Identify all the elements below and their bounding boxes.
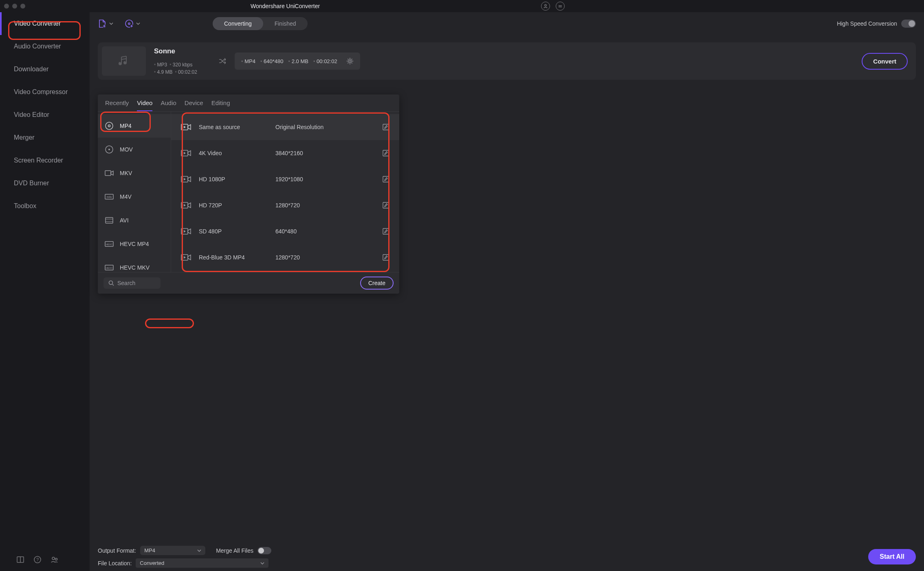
tab-label: Converting bbox=[224, 20, 252, 27]
gear-icon[interactable] bbox=[346, 57, 354, 65]
target-settings[interactable]: MP4 640*480 2.0 MB 00:02:02 bbox=[235, 53, 360, 70]
resolution-item[interactable]: 4K Video 3840*2160 bbox=[171, 140, 399, 166]
traffic-lights bbox=[4, 4, 25, 9]
sidebar-item-merger[interactable]: Merger bbox=[0, 126, 90, 149]
target-icon bbox=[104, 145, 114, 154]
format-search-input[interactable]: Search bbox=[103, 277, 161, 289]
add-dvd-button[interactable] bbox=[125, 19, 140, 28]
chevron-down-icon bbox=[109, 22, 113, 26]
file-title: Sonne bbox=[154, 47, 211, 55]
svg-text:m4v: m4v bbox=[106, 195, 112, 198]
edit-icon[interactable] bbox=[382, 254, 389, 261]
account-icon[interactable] bbox=[541, 2, 550, 11]
dst-format: MP4 bbox=[241, 58, 255, 64]
sidebar-item-screen-recorder[interactable]: Screen Recorder bbox=[0, 149, 90, 172]
format-item-avi[interactable]: AVI bbox=[98, 209, 171, 232]
resolution-name: Same as source bbox=[199, 124, 268, 130]
feedback-icon[interactable] bbox=[556, 2, 565, 11]
svg-rect-31 bbox=[383, 150, 389, 156]
resolution-value: 640*480 bbox=[275, 228, 375, 235]
svg-point-11 bbox=[119, 62, 121, 65]
sidebar-item-video-converter[interactable]: Video Converter bbox=[0, 12, 90, 35]
src-duration: 00:02:02 bbox=[175, 69, 197, 75]
sidebar-item-dvd-burner[interactable]: DVD Burner bbox=[0, 172, 90, 195]
popup-tab-video[interactable]: Video bbox=[137, 99, 152, 111]
resolution-item[interactable]: HD 720P 1280*720 bbox=[171, 192, 399, 218]
sidebar-item-label: Toolbox bbox=[14, 202, 36, 210]
tab-label: Video bbox=[137, 99, 152, 106]
sidebar-item-toolbox[interactable]: Toolbox bbox=[0, 195, 90, 217]
tab-converting[interactable]: Converting bbox=[213, 17, 263, 30]
disc-icon bbox=[104, 121, 114, 131]
svg-point-15 bbox=[108, 125, 110, 127]
resolution-item[interactable]: Red-Blue 3D MP4 1280*720 bbox=[171, 244, 399, 270]
film-icon bbox=[104, 215, 114, 225]
svg-text:HEVC: HEVC bbox=[106, 267, 113, 269]
format-label: MKV bbox=[120, 170, 132, 176]
sidebar-active-indicator bbox=[0, 12, 2, 35]
sidebar-item-video-editor[interactable]: Video Editor bbox=[0, 103, 90, 126]
app-title: Wondershare UniConverter bbox=[251, 3, 320, 9]
edit-icon[interactable] bbox=[382, 149, 389, 157]
resolution-value: 3840*2160 bbox=[275, 150, 375, 156]
tab-label: Audio bbox=[161, 99, 176, 106]
format-item-mov[interactable]: MOV bbox=[98, 138, 171, 161]
resolution-value: 1280*720 bbox=[275, 254, 375, 261]
shuffle-icon[interactable] bbox=[218, 57, 227, 65]
sidebar-item-label: Downloader bbox=[14, 66, 48, 73]
resolution-item[interactable]: SD 480P 640*480 bbox=[171, 218, 399, 244]
format-label: HEVC MP4 bbox=[120, 241, 149, 247]
resolution-item[interactable]: Same as source Original Resolution bbox=[171, 114, 399, 140]
edit-icon[interactable] bbox=[382, 176, 389, 183]
sidebar-item-audio-converter[interactable]: Audio Converter bbox=[0, 35, 90, 58]
format-list[interactable]: MP4 MOV MKV m4v M4V AVI bbox=[98, 112, 171, 272]
format-item-hevc-mkv[interactable]: HEVC HEVC MKV bbox=[98, 256, 171, 272]
format-item-mp4[interactable]: MP4 bbox=[98, 114, 171, 138]
format-item-hevc-mp4[interactable]: HEVC HEVC MP4 bbox=[98, 232, 171, 256]
sidebar-item-label: Screen Recorder bbox=[14, 157, 63, 164]
add-file-button[interactable] bbox=[98, 19, 113, 28]
sidebar-item-downloader[interactable]: Downloader bbox=[0, 58, 90, 81]
svg-point-14 bbox=[106, 122, 113, 130]
m4v-icon: m4v bbox=[104, 192, 114, 202]
tab-label: Editing bbox=[211, 99, 230, 106]
svg-point-13 bbox=[349, 60, 351, 62]
sidebar-item-video-compressor[interactable]: Video Compressor bbox=[0, 81, 90, 103]
tab-label: Finished bbox=[275, 20, 296, 27]
format-item-mkv[interactable]: MKV bbox=[98, 161, 171, 185]
svg-point-17 bbox=[108, 149, 110, 150]
svg-point-9 bbox=[128, 23, 130, 24]
resolution-item[interactable]: HD 1080P 1920*1080 bbox=[171, 166, 399, 192]
create-preset-button[interactable]: Create bbox=[360, 277, 394, 290]
resolution-name: HD 1080P bbox=[199, 176, 268, 182]
edit-icon[interactable] bbox=[382, 202, 389, 209]
minimize-window-button[interactable] bbox=[12, 4, 17, 9]
close-window-button[interactable] bbox=[4, 4, 9, 9]
format-item-m4v[interactable]: m4v M4V bbox=[98, 185, 171, 209]
popup-tab-recently[interactable]: Recently bbox=[105, 99, 129, 111]
edit-icon[interactable] bbox=[382, 228, 389, 235]
dst-size: 2.0 MB bbox=[288, 58, 308, 64]
format-label: HEVC MKV bbox=[120, 264, 150, 271]
main-area: Converting Finished High Speed Conversio… bbox=[90, 12, 570, 353]
tab-label: Device bbox=[185, 99, 203, 106]
status-tabs: Converting Finished bbox=[213, 17, 308, 30]
sidebar-item-label: Video Compressor bbox=[14, 88, 68, 96]
maximize-window-button[interactable] bbox=[20, 4, 25, 9]
edit-icon[interactable] bbox=[382, 123, 389, 131]
src-format: MP3 bbox=[154, 62, 167, 68]
popup-tab-audio[interactable]: Audio bbox=[161, 99, 176, 111]
create-button-label: Create bbox=[368, 280, 385, 286]
svg-rect-33 bbox=[383, 176, 389, 182]
svg-rect-21 bbox=[106, 217, 113, 223]
popup-tab-editing[interactable]: Editing bbox=[211, 99, 230, 111]
video-icon bbox=[181, 201, 191, 209]
popup-tab-device[interactable]: Device bbox=[185, 99, 203, 111]
tab-finished[interactable]: Finished bbox=[263, 17, 308, 30]
svg-rect-35 bbox=[383, 202, 389, 208]
resolution-name: Red-Blue 3D MP4 bbox=[199, 254, 268, 261]
format-label: M4V bbox=[120, 193, 132, 200]
resolution-list[interactable]: Same as source Original Resolution 4K Vi… bbox=[171, 112, 399, 272]
resolution-value: 1280*720 bbox=[275, 202, 375, 209]
svg-rect-37 bbox=[383, 228, 389, 234]
